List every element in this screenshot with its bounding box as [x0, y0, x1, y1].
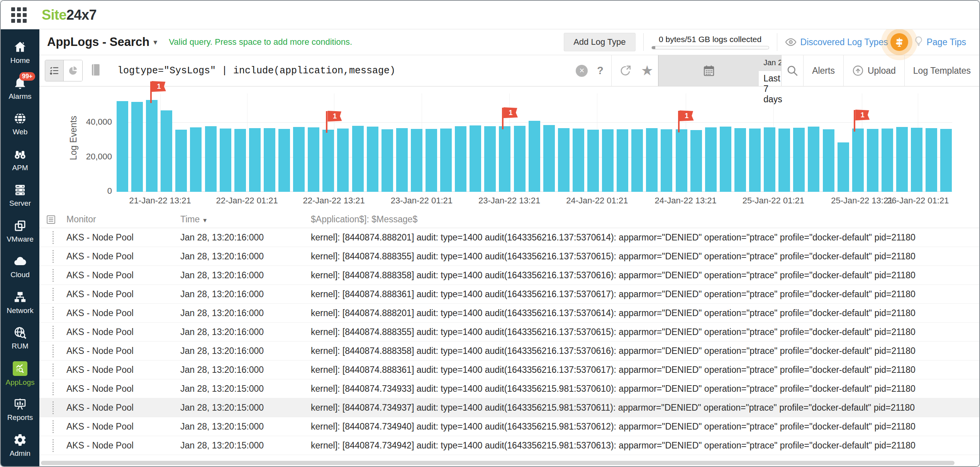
chart-bar[interactable] — [926, 128, 937, 192]
row-actions-kebab-icon[interactable] — [39, 345, 66, 357]
chart-bar[interactable] — [734, 128, 746, 192]
table-row[interactable]: AKS - Node PoolJan 28, 13:20:16:000kerne… — [39, 360, 979, 379]
sidebar-item-alarms[interactable]: 99+Alarms — [1, 71, 39, 107]
row-actions-kebab-icon[interactable] — [39, 231, 66, 244]
table-row[interactable]: AKS - Node PoolJan 28, 13:20:16:000kerne… — [39, 247, 979, 266]
chart-bar[interactable] — [205, 126, 217, 192]
chart-bar[interactable] — [529, 121, 540, 192]
column-header-time[interactable]: Time▼ — [180, 214, 311, 225]
sidebar-item-admin[interactable]: Admin — [1, 428, 39, 464]
chart-bar[interactable] — [308, 127, 319, 192]
anomaly-flag[interactable]: 1 — [680, 110, 694, 121]
chart-bar[interactable] — [720, 127, 731, 192]
guided-tour-icon[interactable] — [890, 33, 908, 51]
chart-bar[interactable] — [278, 129, 290, 192]
chart-bar[interactable] — [367, 127, 378, 192]
page-tips-link[interactable]: Page Tips — [913, 36, 966, 49]
alerts-button[interactable]: Alerts — [804, 55, 843, 86]
chart-bar[interactable] — [823, 129, 834, 192]
chart-bar[interactable] — [676, 129, 687, 192]
app-switcher-icon[interactable] — [11, 7, 27, 23]
list-view-button[interactable] — [45, 60, 64, 81]
sidebar-item-rum[interactable]: RUM — [1, 320, 39, 356]
row-actions-kebab-icon[interactable] — [39, 326, 66, 338]
sidebar-item-vmware[interactable]: VMware — [1, 213, 39, 249]
chart-bar[interactable] — [455, 126, 466, 192]
anomaly-flag[interactable]: 1 — [504, 107, 518, 118]
chart-bar[interactable] — [220, 129, 231, 192]
chart-bar[interactable] — [396, 128, 408, 192]
sidebar-item-reports[interactable]: Reports — [1, 392, 39, 428]
table-row[interactable]: AKS - Node PoolJan 28, 13:20:16:000kerne… — [39, 228, 979, 247]
chart-bar[interactable] — [631, 129, 643, 192]
row-actions-kebab-icon[interactable] — [39, 269, 66, 282]
chart-bar[interactable] — [602, 129, 614, 192]
log-templates-button[interactable]: Log Templates — [905, 55, 979, 86]
chart-bar[interactable] — [322, 130, 334, 192]
chart-bar[interactable] — [131, 102, 143, 192]
table-row[interactable]: AKS - Node PoolJan 28, 13:20:15:000kerne… — [39, 398, 979, 417]
chart-bar[interactable] — [264, 128, 275, 192]
chart-bar[interactable] — [940, 129, 952, 192]
chart-bar[interactable] — [838, 142, 849, 192]
table-row[interactable]: AKS - Node PoolJan 28, 13:20:15:000kerne… — [39, 417, 979, 436]
table-row[interactable]: AKS - Node PoolJan 28, 13:20:15:000kerne… — [39, 379, 979, 398]
sidebar-item-apm[interactable]: APM — [1, 142, 39, 178]
table-row[interactable]: AKS - Node PoolJan 28, 13:20:16:000kerne… — [39, 304, 979, 323]
chart-bar[interactable] — [514, 126, 526, 192]
clear-query-button[interactable]: × — [571, 55, 592, 86]
chart-bar[interactable] — [352, 126, 364, 192]
chart-bar[interactable] — [117, 101, 128, 192]
chart-bar[interactable] — [661, 129, 672, 192]
row-actions-kebab-icon[interactable] — [39, 250, 66, 263]
sidebar-item-cloud[interactable]: Cloud — [1, 249, 39, 285]
chart-view-button[interactable] — [64, 60, 82, 81]
add-log-type-button[interactable]: Add Log Type — [564, 33, 635, 51]
anomaly-flag[interactable]: 1 — [327, 111, 342, 122]
chart-bar[interactable] — [558, 128, 570, 192]
sidebar-item-web[interactable]: Web — [1, 106, 39, 142]
chart-bar[interactable] — [411, 129, 422, 192]
search-query-input[interactable]: logtype="SysLogs" | include(application,… — [117, 65, 395, 76]
chart-bar[interactable] — [337, 129, 349, 192]
row-actions-kebab-icon[interactable] — [39, 307, 66, 320]
page-title-dropdown[interactable]: AppLogs - Search ▾ — [47, 35, 157, 49]
sidebar-item-applogs[interactable]: AppLogs — [1, 356, 39, 392]
chart-bar[interactable] — [190, 127, 202, 192]
query-help-button[interactable]: ? — [592, 55, 608, 86]
sidebar-item-home[interactable]: Home — [1, 35, 39, 71]
chart-bar[interactable] — [690, 130, 702, 192]
date-range-picker[interactable]: Jan 21, 13:21:05 - Jan 28, 1... Last 7 d… — [658, 55, 782, 86]
row-actions-kebab-icon[interactable] — [39, 439, 66, 452]
table-row[interactable]: AKS - Node PoolJan 28, 13:20:16:000kerne… — [39, 266, 979, 285]
chart-bar[interactable] — [749, 129, 761, 192]
chart-bar[interactable] — [146, 100, 158, 192]
row-actions-kebab-icon[interactable] — [39, 382, 66, 395]
chart-bar[interactable] — [543, 125, 555, 192]
share-search-button[interactable] — [615, 55, 636, 86]
saved-searches-button[interactable] — [90, 64, 101, 78]
chart-bar[interactable] — [426, 129, 437, 192]
chart-bar[interactable] — [587, 130, 599, 192]
sidebar-item-network[interactable]: Network — [1, 285, 39, 321]
chart-bar[interactable] — [882, 129, 893, 192]
table-row[interactable]: AKS - Node PoolJan 28, 13:20:16:000kerne… — [39, 285, 979, 304]
chart-bar[interactable] — [808, 127, 819, 192]
horizontal-scrollbar[interactable] — [41, 461, 955, 465]
chart-bar[interactable] — [161, 110, 172, 192]
chart-bar[interactable] — [234, 129, 246, 192]
chart-bar[interactable] — [867, 129, 878, 192]
chart-bar[interactable] — [470, 125, 481, 192]
chart-bar[interactable] — [911, 128, 922, 192]
row-actions-kebab-icon[interactable] — [39, 288, 66, 301]
chart-bar[interactable] — [764, 127, 775, 192]
chart-bar[interactable] — [381, 129, 393, 192]
discovered-log-types-link[interactable]: Discovered Log Types — [785, 36, 888, 48]
anomaly-flag[interactable]: 1 — [152, 81, 166, 92]
sidebar-item-server[interactable]: Server — [1, 178, 39, 213]
row-actions-kebab-icon[interactable] — [39, 401, 66, 414]
chart-bar[interactable] — [705, 127, 717, 192]
chart-bar[interactable] — [793, 128, 805, 192]
chart-bar[interactable] — [440, 129, 452, 192]
favorite-search-button[interactable]: ★ — [636, 55, 658, 86]
